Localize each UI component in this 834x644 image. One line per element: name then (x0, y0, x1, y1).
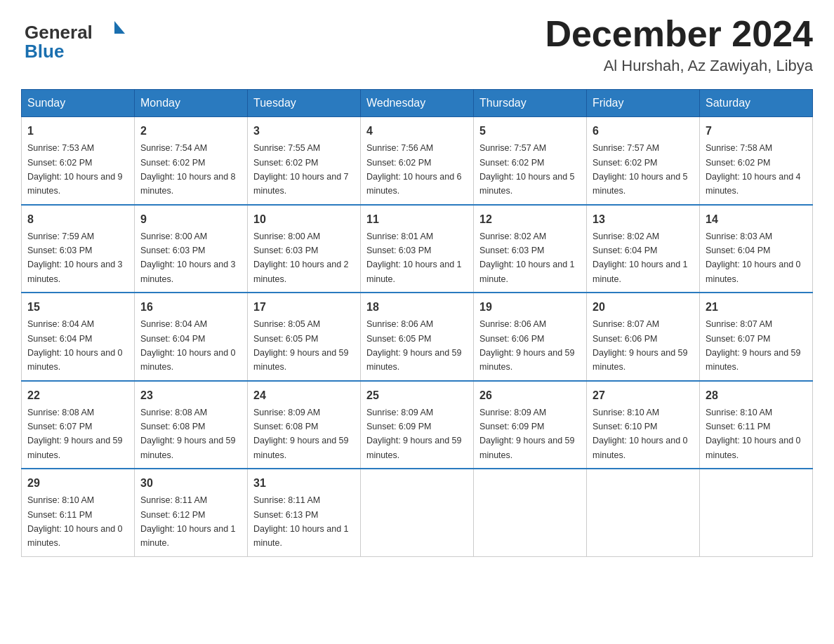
calendar-day-cell: 21 Sunrise: 8:07 AMSunset: 6:07 PMDaylig… (700, 293, 813, 381)
day-info: Sunrise: 8:09 AMSunset: 6:09 PMDaylight:… (479, 408, 575, 460)
day-info: Sunrise: 8:06 AMSunset: 6:05 PMDaylight:… (366, 319, 462, 372)
day-number: 23 (140, 387, 241, 404)
calendar-day-cell (361, 469, 474, 556)
day-number: 18 (366, 299, 468, 316)
calendar-day-cell: 10 Sunrise: 8:00 AMSunset: 6:03 PMDaylig… (248, 205, 361, 293)
day-info: Sunrise: 8:01 AMSunset: 6:03 PMDaylight:… (366, 232, 462, 284)
day-info: Sunrise: 8:10 AMSunset: 6:11 PMDaylight:… (706, 408, 801, 460)
day-number: 24 (253, 387, 355, 404)
day-number: 26 (479, 387, 581, 404)
day-number: 21 (706, 299, 807, 316)
header-saturday: Saturday (700, 90, 813, 117)
day-info: Sunrise: 8:09 AMSunset: 6:09 PMDaylight:… (366, 408, 462, 460)
day-number: 16 (140, 299, 241, 316)
svg-text:General: General (25, 22, 93, 43)
day-number: 29 (27, 475, 128, 492)
day-number: 10 (253, 211, 355, 228)
calendar-day-cell: 20 Sunrise: 8:07 AMSunset: 6:06 PMDaylig… (587, 293, 700, 381)
day-info: Sunrise: 8:10 AMSunset: 6:11 PMDaylight:… (27, 495, 123, 548)
day-info: Sunrise: 7:53 AMSunset: 6:02 PMDaylight:… (27, 143, 123, 196)
day-number: 22 (27, 387, 128, 404)
day-number: 31 (253, 475, 355, 492)
day-info: Sunrise: 8:04 AMSunset: 6:04 PMDaylight:… (140, 319, 236, 372)
calendar-day-cell: 13 Sunrise: 8:02 AMSunset: 6:04 PMDaylig… (587, 205, 700, 293)
day-number: 28 (706, 387, 807, 404)
month-title: December 2024 (545, 14, 813, 54)
header-tuesday: Tuesday (248, 90, 361, 117)
day-number: 9 (140, 211, 241, 228)
day-info: Sunrise: 8:03 AMSunset: 6:04 PMDaylight:… (706, 232, 801, 284)
day-info: Sunrise: 8:02 AMSunset: 6:03 PMDaylight:… (479, 232, 575, 284)
day-number: 4 (366, 123, 468, 140)
calendar-day-cell: 18 Sunrise: 8:06 AMSunset: 6:05 PMDaylig… (361, 293, 474, 381)
calendar-day-cell: 28 Sunrise: 8:10 AMSunset: 6:11 PMDaylig… (700, 381, 813, 469)
day-info: Sunrise: 7:59 AMSunset: 6:03 PMDaylight:… (27, 232, 123, 284)
day-info: Sunrise: 7:55 AMSunset: 6:02 PMDaylight:… (253, 143, 349, 196)
calendar-day-cell: 17 Sunrise: 8:05 AMSunset: 6:05 PMDaylig… (248, 293, 361, 381)
day-number: 11 (366, 211, 468, 228)
day-info: Sunrise: 8:00 AMSunset: 6:03 PMDaylight:… (253, 232, 349, 284)
day-number: 12 (479, 211, 581, 228)
day-number: 7 (706, 123, 807, 140)
day-number: 8 (27, 211, 128, 228)
svg-marker-1 (114, 21, 125, 34)
day-info: Sunrise: 8:07 AMSunset: 6:06 PMDaylight:… (593, 319, 688, 372)
calendar-day-cell (474, 469, 587, 556)
day-info: Sunrise: 8:04 AMSunset: 6:04 PMDaylight:… (27, 319, 123, 372)
calendar-week-row: 1 Sunrise: 7:53 AMSunset: 6:02 PMDayligh… (22, 117, 813, 205)
calendar-day-cell: 16 Sunrise: 8:04 AMSunset: 6:04 PMDaylig… (135, 293, 248, 381)
day-number: 1 (27, 123, 128, 140)
calendar-day-cell: 26 Sunrise: 8:09 AMSunset: 6:09 PMDaylig… (474, 381, 587, 469)
calendar-week-row: 15 Sunrise: 8:04 AMSunset: 6:04 PMDaylig… (22, 293, 813, 381)
calendar-day-cell: 5 Sunrise: 7:57 AMSunset: 6:02 PMDayligh… (474, 117, 587, 205)
calendar-day-cell: 8 Sunrise: 7:59 AMSunset: 6:03 PMDayligh… (22, 205, 135, 293)
calendar-day-cell (700, 469, 813, 556)
day-number: 6 (593, 123, 694, 140)
calendar-header-row: Sunday Monday Tuesday Wednesday Thursday… (22, 90, 813, 117)
day-number: 19 (479, 299, 581, 316)
day-number: 25 (366, 387, 468, 404)
day-number: 17 (253, 299, 355, 316)
day-info: Sunrise: 8:10 AMSunset: 6:10 PMDaylight:… (593, 408, 688, 460)
day-info: Sunrise: 8:08 AMSunset: 6:08 PMDaylight:… (140, 408, 236, 460)
calendar-day-cell: 30 Sunrise: 8:11 AMSunset: 6:12 PMDaylig… (135, 469, 248, 556)
calendar-table: Sunday Monday Tuesday Wednesday Thursday… (21, 89, 813, 557)
logo-svg: General Blue (21, 14, 133, 63)
calendar-day-cell: 4 Sunrise: 7:56 AMSunset: 6:02 PMDayligh… (361, 117, 474, 205)
day-number: 27 (593, 387, 694, 404)
calendar-day-cell: 2 Sunrise: 7:54 AMSunset: 6:02 PMDayligh… (135, 117, 248, 205)
calendar-day-cell: 9 Sunrise: 8:00 AMSunset: 6:03 PMDayligh… (135, 205, 248, 293)
day-info: Sunrise: 8:07 AMSunset: 6:07 PMDaylight:… (706, 319, 801, 372)
day-number: 13 (593, 211, 694, 228)
svg-text:Blue: Blue (25, 41, 64, 62)
calendar-day-cell: 19 Sunrise: 8:06 AMSunset: 6:06 PMDaylig… (474, 293, 587, 381)
calendar-day-cell: 7 Sunrise: 7:58 AMSunset: 6:02 PMDayligh… (700, 117, 813, 205)
day-info: Sunrise: 8:05 AMSunset: 6:05 PMDaylight:… (253, 319, 349, 372)
day-info: Sunrise: 8:11 AMSunset: 6:13 PMDaylight:… (253, 495, 349, 548)
day-info: Sunrise: 7:57 AMSunset: 6:02 PMDaylight:… (479, 143, 575, 196)
calendar-day-cell: 15 Sunrise: 8:04 AMSunset: 6:04 PMDaylig… (22, 293, 135, 381)
day-info: Sunrise: 8:08 AMSunset: 6:07 PMDaylight:… (27, 408, 123, 460)
day-info: Sunrise: 8:09 AMSunset: 6:08 PMDaylight:… (253, 408, 349, 460)
day-info: Sunrise: 8:11 AMSunset: 6:12 PMDaylight:… (140, 495, 236, 548)
calendar-day-cell: 1 Sunrise: 7:53 AMSunset: 6:02 PMDayligh… (22, 117, 135, 205)
calendar-day-cell: 24 Sunrise: 8:09 AMSunset: 6:08 PMDaylig… (248, 381, 361, 469)
day-number: 20 (593, 299, 694, 316)
day-info: Sunrise: 7:57 AMSunset: 6:02 PMDaylight:… (593, 143, 688, 196)
calendar-day-cell: 11 Sunrise: 8:01 AMSunset: 6:03 PMDaylig… (361, 205, 474, 293)
calendar-day-cell: 22 Sunrise: 8:08 AMSunset: 6:07 PMDaylig… (22, 381, 135, 469)
calendar-day-cell: 3 Sunrise: 7:55 AMSunset: 6:02 PMDayligh… (248, 117, 361, 205)
calendar-day-cell: 6 Sunrise: 7:57 AMSunset: 6:02 PMDayligh… (587, 117, 700, 205)
calendar-day-cell: 23 Sunrise: 8:08 AMSunset: 6:08 PMDaylig… (135, 381, 248, 469)
calendar-day-cell: 29 Sunrise: 8:10 AMSunset: 6:11 PMDaylig… (22, 469, 135, 556)
day-info: Sunrise: 8:02 AMSunset: 6:04 PMDaylight:… (593, 232, 688, 284)
calendar-week-row: 8 Sunrise: 7:59 AMSunset: 6:03 PMDayligh… (22, 205, 813, 293)
calendar-day-cell: 12 Sunrise: 8:02 AMSunset: 6:03 PMDaylig… (474, 205, 587, 293)
logo: General Blue (21, 14, 133, 63)
header-thursday: Thursday (474, 90, 587, 117)
page-header: General Blue December 2024 Al Hurshah, A… (21, 14, 813, 75)
day-info: Sunrise: 7:58 AMSunset: 6:02 PMDaylight:… (706, 143, 801, 196)
day-number: 15 (27, 299, 128, 316)
calendar-day-cell: 25 Sunrise: 8:09 AMSunset: 6:09 PMDaylig… (361, 381, 474, 469)
calendar-week-row: 22 Sunrise: 8:08 AMSunset: 6:07 PMDaylig… (22, 381, 813, 469)
